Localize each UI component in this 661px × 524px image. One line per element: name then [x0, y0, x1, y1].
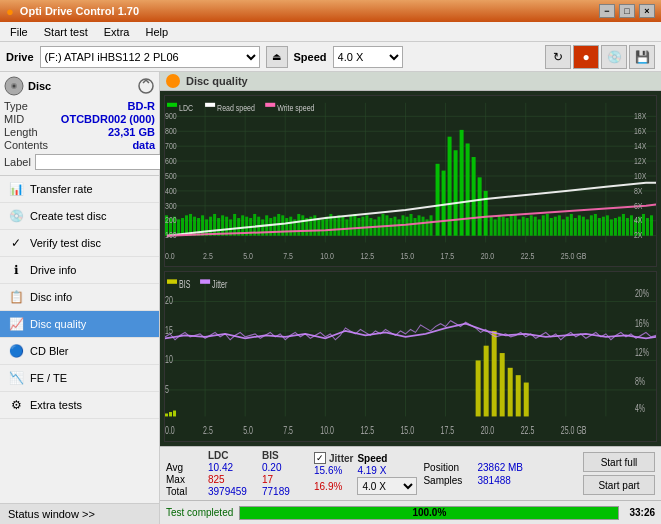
disc-contents-value: data [132, 139, 155, 151]
svg-text:12.5: 12.5 [360, 424, 374, 436]
svg-rect-144 [205, 103, 215, 107]
sidebar: Disc Type BD-R MID OTCBDR002 (000) Lengt… [0, 72, 160, 524]
svg-rect-55 [285, 218, 288, 236]
svg-text:900: 900 [165, 110, 177, 121]
disc-type-value: BD-R [128, 100, 156, 112]
avg-ldc: 10.42 [208, 462, 256, 473]
svg-rect-108 [518, 219, 521, 235]
svg-text:25.0 GB: 25.0 GB [561, 250, 587, 261]
title-controls: − □ × [599, 4, 655, 18]
svg-rect-93 [484, 191, 488, 236]
svg-rect-122 [574, 218, 577, 236]
start-full-button[interactable]: Start full [583, 452, 655, 472]
svg-rect-39 [221, 215, 224, 235]
svg-rect-197 [484, 345, 489, 416]
main-layout: Disc Type BD-R MID OTCBDR002 (000) Lengt… [0, 72, 661, 524]
speed-select[interactable]: 4.0 X [333, 46, 403, 68]
svg-text:5.0: 5.0 [243, 250, 253, 261]
svg-text:8%: 8% [635, 376, 645, 388]
svg-text:22.5: 22.5 [521, 424, 535, 436]
svg-text:800: 800 [165, 125, 177, 136]
extra-tests-icon: ⚙ [8, 397, 24, 413]
menu-file[interactable]: File [4, 24, 34, 40]
total-bis: 77189 [262, 486, 298, 497]
bis-header: BIS [262, 450, 298, 461]
drive-select[interactable]: (F:) ATAPI iHBS112 2 PL06 [40, 46, 260, 68]
svg-text:BIS: BIS [179, 278, 190, 290]
svg-text:20: 20 [165, 295, 173, 307]
title-bar: ● Opti Drive Control 1.70 − □ × [0, 0, 661, 22]
menu-start-test[interactable]: Start test [38, 24, 94, 40]
sidebar-item-drive-info[interactable]: ℹ Drive info [0, 257, 159, 284]
jitter-checkbox-row: ✓ Jitter [314, 452, 353, 464]
close-button[interactable]: × [639, 4, 655, 18]
disc-read-button[interactable]: ● [573, 45, 599, 69]
speed-label: Speed [294, 51, 327, 63]
avg-jitter: 15.6% [314, 465, 353, 476]
sidebar-label-verify-test-disc: Verify test disc [30, 237, 101, 249]
eject-button[interactable]: ⏏ [266, 46, 288, 68]
status-window-button[interactable]: Status window >> [0, 503, 159, 524]
save-button[interactable]: 💾 [629, 45, 655, 69]
sidebar-item-extra-tests[interactable]: ⚙ Extra tests [0, 392, 159, 419]
minimize-button[interactable]: − [599, 4, 615, 18]
jitter-header: Jitter [329, 453, 353, 464]
svg-text:LDC: LDC [179, 102, 193, 113]
svg-rect-100 [430, 215, 433, 235]
start-part-button[interactable]: Start part [583, 475, 655, 495]
menu-help[interactable]: Help [139, 24, 174, 40]
svg-text:4%: 4% [635, 402, 645, 414]
disc-label-input[interactable] [35, 154, 168, 170]
status-text: Test completed [166, 507, 233, 518]
svg-text:7.5: 7.5 [283, 250, 293, 261]
sidebar-item-cd-bler[interactable]: 🔵 CD Bler [0, 338, 159, 365]
svg-rect-205 [200, 279, 210, 283]
svg-rect-111 [530, 215, 533, 235]
sidebar-item-disc-info[interactable]: 📋 Disc info [0, 284, 159, 311]
svg-rect-203 [167, 279, 177, 283]
svg-text:25.0 GB: 25.0 GB [561, 424, 587, 436]
sidebar-item-fe-te[interactable]: 📉 FE / TE [0, 365, 159, 392]
maximize-button[interactable]: □ [619, 4, 635, 18]
sidebar-item-create-test-disc[interactable]: 💿 Create test disc [0, 203, 159, 230]
svg-text:12%: 12% [635, 346, 649, 358]
sidebar-item-disc-quality[interactable]: 📈 Disc quality [0, 311, 159, 338]
svg-rect-196 [476, 360, 481, 416]
svg-rect-72 [353, 214, 356, 236]
disc-title: Disc [28, 80, 51, 92]
disc-refresh-icon[interactable] [137, 77, 155, 95]
svg-rect-4 [165, 96, 656, 266]
svg-rect-118 [558, 215, 561, 235]
position-samples-section: Position 23862 MB Samples 381488 [423, 462, 542, 486]
svg-rect-79 [381, 214, 384, 236]
svg-rect-116 [550, 218, 553, 236]
disc-mid-label: MID [4, 113, 24, 125]
svg-text:16X: 16X [634, 125, 647, 136]
disc-quality-title: Disc quality [186, 75, 248, 87]
fe-te-icon: 📉 [8, 370, 24, 386]
menu-extra[interactable]: Extra [98, 24, 136, 40]
status-window-label: Status window >> [8, 508, 95, 520]
svg-rect-121 [570, 214, 573, 236]
svg-rect-113 [538, 219, 541, 235]
svg-rect-103 [498, 215, 501, 235]
svg-text:2.5: 2.5 [203, 250, 213, 261]
svg-text:100: 100 [165, 229, 177, 240]
jitter-checkbox[interactable]: ✓ [314, 452, 326, 464]
disc-field-length: Length 23,31 GB [4, 126, 155, 138]
ldc-bis-table: LDC BIS Avg 10.42 0.20 Max 825 17 Total … [166, 450, 298, 497]
svg-rect-109 [522, 217, 525, 236]
disc-write-button[interactable]: 💿 [601, 45, 627, 69]
svg-rect-123 [578, 215, 581, 235]
svg-rect-126 [590, 215, 593, 235]
disc-contents-label: Contents [4, 139, 48, 151]
svg-point-2 [13, 85, 16, 88]
speed-combo[interactable]: 4.0 X [357, 477, 417, 495]
svg-text:12.5: 12.5 [360, 250, 374, 261]
svg-rect-68 [337, 215, 340, 235]
svg-text:10: 10 [165, 354, 173, 366]
refresh-button[interactable]: ↻ [545, 45, 571, 69]
sidebar-item-verify-test-disc[interactable]: ✓ Verify test disc [0, 230, 159, 257]
stats-area: LDC BIS Avg 10.42 0.20 Max 825 17 Total … [160, 446, 661, 500]
sidebar-item-transfer-rate[interactable]: 📊 Transfer rate [0, 176, 159, 203]
